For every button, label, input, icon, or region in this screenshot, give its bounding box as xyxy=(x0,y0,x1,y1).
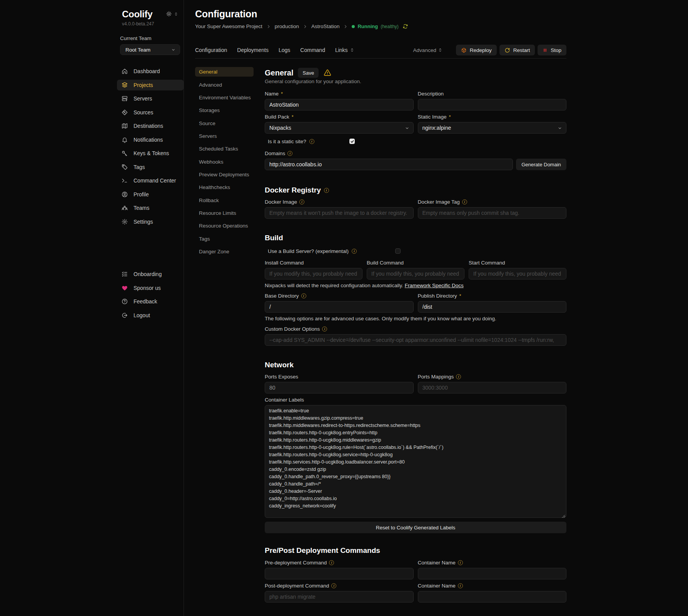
subnav-source[interactable]: Source xyxy=(195,117,254,129)
pre-container-name-input[interactable] xyxy=(418,568,567,579)
required-asterisk: * xyxy=(459,293,461,299)
info-icon: i xyxy=(301,293,306,298)
warning-icon xyxy=(323,69,332,77)
docker-image-tag-input[interactable] xyxy=(418,207,567,219)
subnav-danger-zone[interactable]: Danger Zone xyxy=(195,245,254,258)
subnav-preview-deployments[interactable]: Preview Deployments xyxy=(195,168,254,181)
publish-directory-input[interactable] xyxy=(418,301,567,313)
static-site-checkbox[interactable] xyxy=(349,139,355,144)
build-server-checkbox[interactable] xyxy=(395,248,401,254)
tab-command[interactable]: Command xyxy=(300,47,325,53)
sidebar-item-teams[interactable]: Teams xyxy=(117,203,184,213)
pre-deployment-command-input[interactable] xyxy=(265,568,414,579)
sidebar-nav: Dashboard Projects Servers Sources xyxy=(107,66,184,227)
sidebar-item-servers[interactable]: Servers xyxy=(117,93,184,104)
theme-switch-chevrons-icon[interactable] xyxy=(174,12,178,16)
team-select[interactable]: Root Team xyxy=(120,44,180,55)
post-container-name-input[interactable] xyxy=(418,591,567,603)
tab-links[interactable]: Links xyxy=(335,47,354,53)
docker-image-input[interactable] xyxy=(265,207,414,219)
chevron-down-icon xyxy=(171,47,176,52)
section-title-network: Network xyxy=(265,361,566,369)
breadcrumb-application[interactable]: AstroStation xyxy=(311,23,340,29)
coolify-app: Coolify v4.0.0-beta.247 Current Team Roo… xyxy=(0,0,688,616)
sidebar-item-projects[interactable]: Projects xyxy=(117,80,184,90)
framework-docs-link[interactable]: Framework Specific Docs xyxy=(405,283,464,288)
breadcrumb-project[interactable]: Your Super Awesome Project xyxy=(195,23,262,29)
subnav-scheduled-tasks[interactable]: Scheduled Tasks xyxy=(195,142,254,155)
reset-labels-button[interactable]: Reset to Coolify Generated Labels xyxy=(265,522,566,533)
sidebar-item-settings[interactable]: Settings xyxy=(117,216,184,227)
tab-configuration[interactable]: Configuration xyxy=(195,47,227,53)
sidebar-item-label: Logout xyxy=(134,312,150,318)
info-icon: i xyxy=(458,583,463,588)
name-input[interactable] xyxy=(265,99,414,110)
build-pack-label: Build Pack xyxy=(265,114,289,120)
static-image-select[interactable]: nginx:alpine xyxy=(418,122,567,134)
sidebar-item-onboarding[interactable]: Onboarding xyxy=(117,269,184,280)
sidebar-item-notifications[interactable]: Notifications xyxy=(117,134,184,145)
domains-input[interactable] xyxy=(265,159,513,170)
container-labels-textarea[interactable]: traefik.enable=true traefik.http.middlew… xyxy=(265,405,566,518)
install-command-input[interactable] xyxy=(265,268,362,280)
subnav-healthchecks[interactable]: Healthchecks xyxy=(195,181,254,194)
required-asterisk: * xyxy=(292,114,294,120)
advanced-menu[interactable]: Advanced xyxy=(413,47,443,53)
theme-sun-icon[interactable] xyxy=(166,11,172,17)
subnav-environment-variables[interactable]: Environment Variables xyxy=(195,91,254,104)
sidebar-item-profile[interactable]: Profile xyxy=(117,189,184,200)
description-input[interactable] xyxy=(418,99,567,110)
custom-docker-options-input[interactable] xyxy=(265,334,566,346)
sidebar-item-dashboard[interactable]: Dashboard xyxy=(117,66,184,77)
resize-handle[interactable] xyxy=(562,514,565,518)
redeploy-button[interactable]: Redeploy xyxy=(456,45,497,55)
static-image-label: Static Image xyxy=(418,114,447,120)
generate-domain-button[interactable]: Generate Domain xyxy=(516,159,566,170)
tab-deployments[interactable]: Deployments xyxy=(237,47,269,53)
subnav-webhooks[interactable]: Webhooks xyxy=(195,155,254,168)
sidebar-item-logout[interactable]: Logout xyxy=(117,310,184,321)
ports-exposes-input[interactable] xyxy=(265,382,414,393)
build-command-input[interactable] xyxy=(367,268,464,280)
sidebar-item-sponsor[interactable]: Sponsor us xyxy=(117,283,184,293)
static-site-label: Is it a static site? xyxy=(268,139,306,144)
sidebar-item-label: Notifications xyxy=(134,137,163,143)
status-dot xyxy=(352,25,355,28)
install-command-label: Install Command xyxy=(265,260,304,266)
tab-logs[interactable]: Logs xyxy=(279,47,290,53)
subnav-rollback[interactable]: Rollback xyxy=(195,194,254,206)
checklist-icon xyxy=(121,271,129,278)
heart-icon xyxy=(121,285,129,291)
sidebar-item-destinations[interactable]: Destinations xyxy=(117,121,184,131)
section-title-build: Build xyxy=(265,234,566,242)
base-directory-label: Base Directory xyxy=(265,293,299,299)
subnav-advanced[interactable]: Advanced xyxy=(195,78,254,91)
breadcrumb-environment[interactable]: production xyxy=(275,23,299,29)
sidebar-footer-nav: Onboarding Sponsor us Feedback Logout xyxy=(107,269,184,324)
base-directory-input[interactable] xyxy=(265,301,414,313)
subnav-storages[interactable]: Storages xyxy=(195,104,254,117)
subnav-resource-operations[interactable]: Resource Operations xyxy=(195,219,254,232)
sidebar-item-command-center[interactable]: Command Center xyxy=(117,175,184,186)
required-asterisk: * xyxy=(449,114,451,120)
stop-button[interactable]: Stop xyxy=(538,45,566,55)
restart-button[interactable]: Restart xyxy=(499,45,535,55)
ports-exposes-label: Ports Exposes xyxy=(265,374,298,380)
sidebar-item-feedback[interactable]: Feedback xyxy=(117,296,184,307)
refresh-icon[interactable] xyxy=(402,23,408,29)
start-command-input[interactable] xyxy=(469,268,566,280)
ports-mappings-input[interactable] xyxy=(418,382,567,393)
save-button[interactable]: Save xyxy=(298,68,319,78)
subnav-tags[interactable]: Tags xyxy=(195,232,254,245)
sidebar-item-keys-tokens[interactable]: Keys & Tokens xyxy=(117,148,184,159)
chevron-right-icon xyxy=(343,24,348,29)
subnav-resource-limits[interactable]: Resource Limits xyxy=(195,207,254,219)
subnav-general[interactable]: General xyxy=(195,65,254,78)
post-deployment-command-input[interactable] xyxy=(265,591,414,603)
sidebar-item-tags[interactable]: Tags xyxy=(117,162,184,172)
sidebar-item-sources[interactable]: Sources xyxy=(117,107,184,118)
sidebar-item-label: Servers xyxy=(134,95,152,102)
subnav-servers[interactable]: Servers xyxy=(195,130,254,142)
build-pack-select[interactable]: Nixpacks xyxy=(265,122,414,134)
sidebar-item-label: Sources xyxy=(134,109,153,116)
